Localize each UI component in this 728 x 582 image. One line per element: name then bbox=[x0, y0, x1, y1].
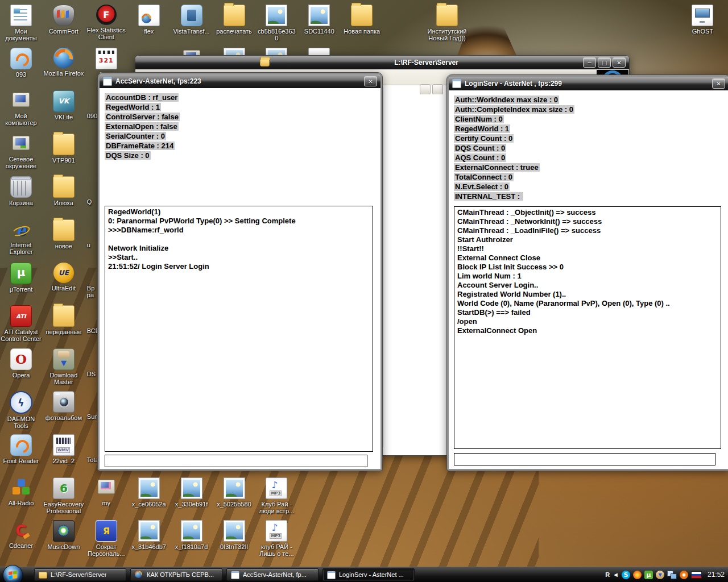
desktop-icon-image bbox=[181, 520, 202, 542]
desktop-icon[interactable]: Илюха bbox=[43, 176, 84, 206]
desktop-icon[interactable]: Корзина bbox=[1, 176, 42, 206]
desktop-icon-label: DAEMON Tools bbox=[1, 415, 42, 429]
desktop-icon[interactable]: CommFort bbox=[43, 5, 84, 35]
desktop-icon[interactable]: Мои документы bbox=[1, 5, 42, 41]
desktop-icon[interactable]: MusicDown bbox=[43, 520, 84, 550]
desktop-icon-image bbox=[96, 48, 117, 69]
tray-icon[interactable]: R bbox=[605, 571, 610, 578]
loginserv-titlebar[interactable]: LoginServ - AsterNet , fps:299 ✕ bbox=[449, 77, 728, 90]
log-line: External Connect Close bbox=[457, 253, 718, 263]
desktop-icon[interactable]: x_31b46db7 bbox=[129, 520, 169, 550]
log-line: !!Start!! bbox=[457, 244, 718, 253]
desktop-icon[interactable]: клуб РАЙ - Лишь о те... bbox=[256, 520, 297, 557]
log-line: 0: Paranormal PvPWorld Type(0) >> Settin… bbox=[108, 217, 370, 226]
desktop-icon[interactable]: Клуб Рай - люди встр... bbox=[256, 477, 297, 514]
desktop-icon[interactable]: Flex Statistics Client bbox=[86, 5, 127, 40]
tray-icon[interactable] bbox=[667, 571, 677, 579]
close-button[interactable]: ✕ bbox=[613, 57, 626, 68]
desktop-icon[interactable]: x_5025b580 bbox=[214, 477, 255, 508]
desktop-icon[interactable]: flex bbox=[129, 5, 169, 35]
log-line: World Code (0), Name (Paranormal PvP), O… bbox=[457, 299, 718, 308]
explorer-titlebar[interactable]: L:\RF-Server\Server ─ □ ✕ bbox=[135, 56, 629, 69]
tray-icon[interactable] bbox=[622, 571, 630, 579]
desktop-icon-label: All-Radio bbox=[1, 500, 42, 506]
desktop-icon[interactable]: Cdeaner bbox=[1, 520, 42, 549]
desktop-icon[interactable]: Internet Explorer bbox=[1, 219, 42, 255]
desktop-icon[interactable]: Opera bbox=[1, 348, 42, 379]
desktop-icon[interactable]: Мой компьютер bbox=[1, 90, 42, 126]
desktop-icon[interactable]: x_330eb91f bbox=[171, 477, 212, 508]
toolbar-button[interactable] bbox=[432, 84, 443, 95]
desktop-icon[interactable]: Foxit Reader bbox=[1, 434, 42, 464]
desktop-icon[interactable]: GhOST bbox=[682, 5, 723, 35]
start-button[interactable] bbox=[3, 565, 23, 582]
desktop-icon[interactable]: Mozilla Firefox bbox=[43, 48, 84, 77]
desktop-icon[interactable]: VTP901 bbox=[43, 134, 84, 164]
desktop-icon-label: Сократ Персональ... bbox=[86, 543, 127, 557]
desktop-icon[interactable]: Новая папка bbox=[341, 5, 382, 35]
desktop-icon[interactable]: переданные bbox=[43, 305, 84, 335]
desktop-icon[interactable]: my bbox=[86, 477, 127, 506]
close-icon[interactable]: ✕ bbox=[364, 76, 377, 86]
desktop-icon[interactable]: 0I3tnT32Il bbox=[214, 520, 255, 550]
desktop-icon-image bbox=[308, 5, 330, 26]
desktop-icon-image bbox=[266, 520, 287, 542]
desktop-icon-image bbox=[138, 5, 160, 26]
desktop-icon[interactable]: 093 bbox=[1, 48, 42, 78]
desktop-icon[interactable]: UltraEdit bbox=[43, 263, 84, 292]
log-line bbox=[108, 235, 370, 244]
desktop-icon[interactable]: Институтский Новый Год))) bbox=[427, 5, 468, 41]
desktop-icon-label: x_f1810a7d bbox=[171, 543, 212, 550]
taskbar-button[interactable]: КАК ОТКРЫТЬ СЕРВ... bbox=[130, 568, 222, 581]
toolbar-button[interactable] bbox=[420, 84, 431, 95]
taskbar: L:\RF-Server\Server КАК ОТКРЫТЬ СЕРВ... … bbox=[0, 567, 728, 582]
desktop-icon[interactable]: ATI Catalyst Control Center bbox=[1, 305, 42, 342]
desktop-icon[interactable]: распечатать bbox=[214, 5, 255, 35]
desktop-icon[interactable]: cb5b816e3630 bbox=[256, 5, 297, 41]
desktop-icon-image bbox=[53, 90, 75, 112]
accserv-titlebar[interactable]: AccServ-AsterNet, fps:223 ✕ bbox=[100, 74, 380, 88]
taskbar-button[interactable]: LoginServ - AsterNet ... bbox=[322, 568, 415, 581]
tray-icon[interactable] bbox=[644, 571, 653, 579]
desktop-icon[interactable]: x_f1810a7d bbox=[171, 520, 212, 550]
desktop-icon[interactable]: 22vid_2 bbox=[43, 434, 84, 464]
status-line: RegedWorld : 1 bbox=[454, 124, 510, 133]
desktop-icon[interactable]: новое bbox=[43, 219, 84, 250]
desktop-icon-label: UltraEdit bbox=[43, 285, 84, 292]
close-icon[interactable]: ✕ bbox=[712, 78, 725, 89]
desktop-icon[interactable]: µTorrent bbox=[1, 263, 42, 293]
desktop-icon[interactable]: EasyRecovery Professional bbox=[43, 477, 84, 514]
desktop-icon[interactable]: SDC11440 bbox=[299, 5, 340, 35]
loginserv-status: Auth::WorkIndex max size : 0Auth::Comple… bbox=[454, 95, 574, 202]
tray-icon[interactable] bbox=[680, 571, 688, 579]
tray-icon[interactable] bbox=[691, 571, 702, 579]
desktop-icon[interactable]: DAEMON Tools bbox=[1, 391, 42, 429]
desktop-icon-label: Сетевое окружение bbox=[1, 156, 42, 169]
desktop-icon-image bbox=[53, 348, 75, 370]
desktop-icon[interactable]: фотоальбом bbox=[43, 391, 84, 421]
maximize-button[interactable]: □ bbox=[598, 57, 611, 68]
desktop-icon[interactable]: VKLife bbox=[43, 90, 84, 120]
desktop-icon[interactable]: Сетевое окружение bbox=[1, 134, 42, 169]
loginserv-command-input[interactable] bbox=[454, 453, 715, 465]
desktop-icon-label: Новая папка bbox=[341, 28, 382, 35]
task-buttons: L:\RF-Server\Server КАК ОТКРЫТЬ СЕРВ... … bbox=[34, 568, 415, 581]
tray-icon[interactable]: ◄ bbox=[613, 571, 619, 578]
desktop-icon[interactable]: All-Radio bbox=[1, 477, 42, 506]
desktop-icon[interactable]: x_ce06052a bbox=[129, 477, 169, 508]
minimize-button[interactable]: ─ bbox=[583, 57, 596, 68]
tray-icon[interactable] bbox=[656, 571, 664, 579]
tray-icon[interactable] bbox=[633, 571, 642, 579]
desktop-icon[interactable]: VistaTransf... bbox=[171, 5, 212, 35]
taskbar-clock[interactable]: 21:52 bbox=[708, 571, 725, 579]
desktop-icon[interactable]: Download Master bbox=[43, 348, 84, 385]
accserv-command-input[interactable] bbox=[105, 455, 367, 467]
taskbar-button[interactable]: L:\RF-Server\Server bbox=[34, 568, 126, 581]
desktop-icon-label: клуб РАЙ - Лишь о те... bbox=[256, 543, 297, 557]
desktop-icon[interactable]: Сократ Персональ... bbox=[86, 520, 127, 557]
desktop-icon-image bbox=[692, 5, 713, 26]
desktop-icon-label: Flex Statistics Client bbox=[86, 27, 127, 40]
log-line: Account Server Login.. bbox=[457, 281, 718, 290]
status-line: TotalConnect : 0 bbox=[454, 173, 514, 181]
taskbar-button[interactable]: AccServ-AsterNet, fp... bbox=[226, 568, 318, 581]
